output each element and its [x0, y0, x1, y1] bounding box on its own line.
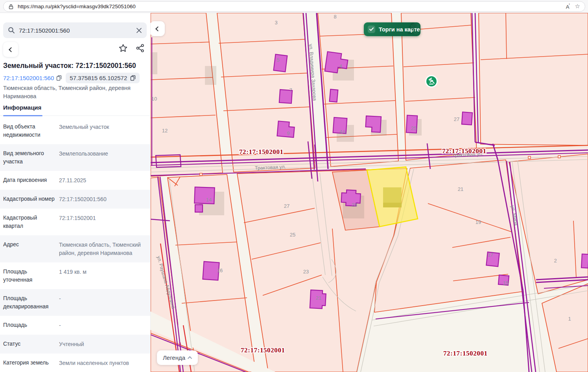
row-value: 72:17:1502001: [59, 214, 147, 230]
svg-text:12: 12: [162, 128, 168, 134]
clear-search-icon[interactable]: [136, 27, 142, 33]
table-row: Площадь уточненная1 419 кв. м: [0, 262, 151, 289]
auction-marker[interactable]: [425, 75, 438, 88]
svg-text:10: 10: [151, 96, 157, 102]
selected-parcel-building: [383, 187, 402, 207]
svg-text:72:17:1502001: 72:17:1502001: [239, 148, 284, 156]
share-button[interactable]: [135, 43, 145, 53]
row-value: 1 419 кв. м: [59, 268, 147, 284]
read-aloud-icon[interactable]: Aꞌ: [566, 3, 570, 10]
svg-text:7: 7: [289, 87, 292, 93]
svg-text:15: 15: [503, 280, 509, 286]
share-icon: [135, 43, 145, 53]
copy-icon[interactable]: [130, 75, 136, 81]
chevron-left-icon: [9, 47, 14, 52]
address-bar[interactable]: https://map.ru/pkk?ysclid=mkasgv39dk7250…: [3, 1, 585, 12]
row-label: Дата присвоения: [3, 176, 55, 185]
parcel-info-panel: Земельный участок: 72:17:1502001:560 72:…: [0, 13, 151, 372]
svg-text:23: 23: [303, 269, 309, 275]
parcel-chips: 72:17:1502001:560 57.375815 65.102572: [3, 73, 140, 83]
legend-button[interactable]: Легенда: [157, 350, 198, 365]
search-icon: [8, 27, 15, 34]
coordinates-text: 57.375815 65.102572: [70, 75, 127, 81]
row-value: Учтенный: [59, 340, 147, 348]
svg-text:72:17:1502001: 72:17:1502001: [241, 346, 285, 354]
row-label: Площадь: [3, 321, 55, 330]
svg-text:8: 8: [334, 14, 336, 20]
lock-icon: [8, 4, 14, 9]
chevron-left-icon: [155, 26, 160, 31]
star-icon: [118, 43, 128, 53]
bookmark-star-icon[interactable]: ☆: [575, 3, 580, 10]
row-value: Земли населенных пунктов: [59, 359, 147, 367]
svg-text:5: 5: [276, 57, 279, 63]
table-row: Кадастровый квартал72:17:1502001: [0, 209, 151, 235]
table-row: Категория земельЗемли населенных пунктов: [0, 354, 151, 372]
favorite-button[interactable]: [118, 43, 128, 53]
svg-text:4А: 4А: [339, 129, 346, 135]
row-label: Кадастровый номер: [3, 195, 55, 203]
svg-text:3: 3: [275, 20, 277, 26]
svg-text:21: 21: [316, 295, 321, 301]
svg-text:72:17:1502001: 72:17:1502001: [442, 147, 487, 155]
copy-icon[interactable]: [56, 75, 62, 81]
attributes-table: Вид объекта недвижимостиЗемельный участо…: [0, 117, 151, 372]
cadastral-number-text[interactable]: 72:17:1502001:560: [3, 75, 54, 81]
row-value: -: [59, 294, 147, 311]
back-button[interactable]: [3, 42, 18, 57]
row-value: -: [59, 321, 147, 330]
gavel-watermark-icon: [406, 22, 420, 36]
map-container: 3 8 5 7 9 10 12 4 4А 25 27 14 27 25 23 1…: [151, 13, 588, 372]
svg-text:25: 25: [411, 125, 417, 131]
svg-text:28: 28: [352, 202, 357, 208]
row-value: Земельный участок: [59, 123, 147, 139]
tab-information[interactable]: Информация: [3, 104, 41, 111]
active-tab-underline: [3, 115, 42, 116]
check-icon: [368, 26, 375, 33]
legend-button-label: Легенда: [163, 354, 185, 361]
svg-text:4: 4: [339, 63, 342, 69]
svg-text:25: 25: [290, 232, 295, 238]
coordinates-chip: 57.375815 65.102572: [66, 73, 140, 83]
row-label: Вид земельного участка: [3, 149, 55, 166]
svg-text:17: 17: [488, 252, 493, 258]
row-value: Землепользование: [59, 149, 147, 166]
collapse-panel-button[interactable]: [151, 21, 165, 36]
row-label: Кадастровый квартал: [3, 214, 55, 230]
chevron-up-icon: [188, 356, 192, 360]
svg-text:14: 14: [206, 197, 212, 203]
table-row: Вид земельного участкаЗемлепользование: [0, 144, 151, 171]
auctions-on-map-button[interactable]: Торги на карте: [364, 22, 420, 36]
search-bar[interactable]: [3, 22, 147, 38]
row-label: Адрес: [3, 240, 55, 257]
table-row: Кадастровый номер72:17:1502001:560: [0, 190, 151, 209]
row-label: Вид объекта недвижимости: [3, 123, 55, 139]
parcel-title: Земельный участок: 72:17:1502001:560: [3, 62, 149, 70]
svg-text:1: 1: [568, 316, 571, 322]
svg-text:9: 9: [287, 130, 289, 136]
panel-toolbar: [3, 42, 147, 57]
table-row: Площадь декларированная-: [0, 289, 151, 316]
svg-text:2: 2: [554, 258, 557, 264]
table-row: Площадь-: [0, 316, 151, 335]
row-value: 72:17:1502001:560: [59, 195, 147, 203]
table-row: АдресТюменская область, Тюменский район,…: [0, 235, 151, 262]
row-label: Площадь декларированная: [3, 294, 55, 311]
url-text[interactable]: https://map.ru/pkk?ysclid=mkasgv39dk7250…: [18, 4, 136, 9]
row-value: 27.11.2025: [59, 176, 147, 185]
svg-text:21: 21: [458, 186, 463, 192]
table-row: Дата присвоения27.11.2025: [0, 171, 151, 190]
cadastral-number-link[interactable]: 72:17:1502001:560: [3, 75, 62, 81]
search-input[interactable]: [19, 27, 136, 34]
row-label: Площадь уточненная: [3, 268, 55, 284]
table-row: Вид объекта недвижимостиЗемельный участо…: [0, 117, 151, 144]
svg-text:72:17:1502001: 72:17:1502001: [443, 350, 488, 357]
svg-text:27: 27: [454, 116, 459, 122]
browser-toolbar: https://map.ru/pkk?ysclid=mkasgv39dk7250…: [0, 0, 588, 13]
tabs-bar: Информация: [0, 102, 151, 116]
svg-text:16: 16: [217, 268, 223, 273]
svg-text:27: 27: [284, 203, 289, 209]
table-row: СтатусУчтенный: [0, 335, 151, 354]
parcel-address: Тюменская область, Тюменский район, дере…: [3, 84, 133, 101]
cadastral-map[interactable]: 3 8 5 7 9 10 12 4 4А 25 27 14 27 25 23 1…: [151, 13, 588, 372]
